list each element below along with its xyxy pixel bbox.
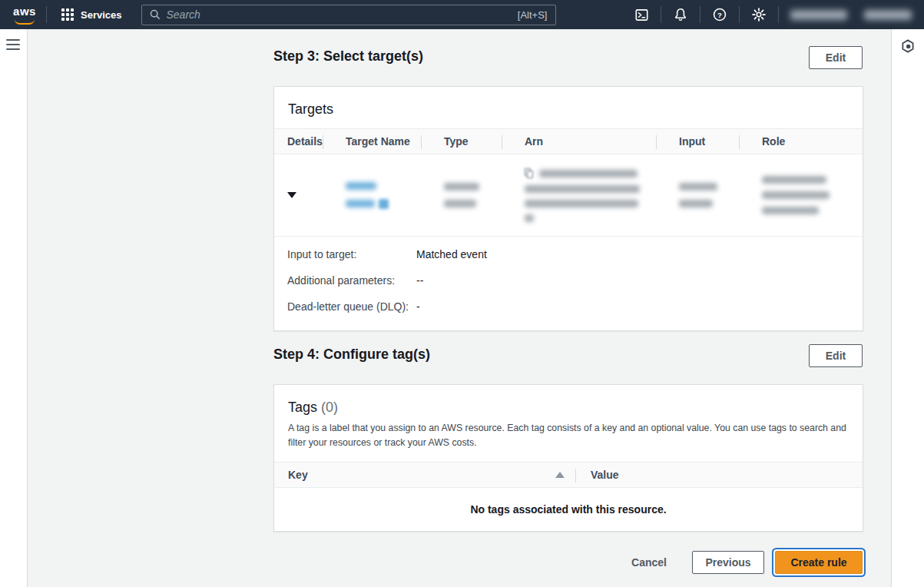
notifications-button[interactable] xyxy=(661,0,700,29)
search-input[interactable] xyxy=(167,8,512,21)
settings-button[interactable] xyxy=(740,0,778,29)
target-type-cell-redacted xyxy=(421,154,502,236)
step4-edit-button[interactable]: Edit xyxy=(809,344,863,367)
aws-logo[interactable]: aws xyxy=(12,5,38,25)
redacted-text-line xyxy=(679,183,717,191)
target-name-cell-redacted[interactable] xyxy=(323,154,421,236)
cloudshell-button[interactable] xyxy=(622,0,661,29)
external-link-icon xyxy=(379,199,389,209)
services-label: Services xyxy=(81,9,122,21)
nav-divider xyxy=(778,6,779,23)
step3-edit-button[interactable]: Edit xyxy=(809,46,863,69)
redacted-text-line xyxy=(679,200,713,207)
left-sidebar-collapsed xyxy=(0,29,28,587)
open-menu-button[interactable] xyxy=(6,39,20,50)
detail-label: Dead-letter queue (DLQ): xyxy=(287,300,416,313)
step3-heading: Step 3: Select target(s) xyxy=(273,48,423,65)
tags-description: A tag is a label that you assign to an A… xyxy=(288,421,849,450)
redacted-link-line xyxy=(346,182,376,190)
column-header-target-name: Target Name xyxy=(323,129,421,154)
redacted-text-line xyxy=(525,214,534,222)
tags-empty-message: No tags associated with this resource. xyxy=(274,488,863,531)
redacted-text-line xyxy=(525,200,638,207)
help-button[interactable]: ? xyxy=(700,0,739,29)
column-header-type: Type xyxy=(421,129,502,154)
redacted-text-line xyxy=(444,200,476,207)
previous-button[interactable]: Previous xyxy=(692,551,764,574)
copy-icon[interactable] xyxy=(525,168,533,178)
column-header-input: Input xyxy=(656,129,739,154)
detail-label: Additional parameters: xyxy=(287,274,416,287)
region-selector-redacted-label xyxy=(790,10,847,20)
aws-logo-text: aws xyxy=(13,5,36,18)
aws-console-page: aws Services [Alt+S] xyxy=(0,0,924,587)
targets-panel-title: Targets xyxy=(288,101,333,117)
top-navigation-bar: aws Services [Alt+S] xyxy=(0,0,924,29)
detail-label: Input to target: xyxy=(287,248,416,260)
global-search-box[interactable]: [Alt+S] xyxy=(141,5,556,25)
cancel-button[interactable]: Cancel xyxy=(631,556,667,569)
search-icon xyxy=(150,9,161,20)
redacted-text-line xyxy=(762,176,826,184)
side-panel-hexagon-icon[interactable] xyxy=(901,39,915,53)
tags-panel: Tags (0) A tag is a label that you assig… xyxy=(273,384,863,532)
tags-table-header: Key Value xyxy=(274,462,863,488)
redacted-text-line xyxy=(444,183,479,191)
help-icon: ? xyxy=(713,8,727,22)
column-header-key: Key xyxy=(274,463,575,487)
column-header-value: Value xyxy=(575,463,863,487)
target-input-cell-redacted xyxy=(656,154,739,236)
account-menu-redacted-label xyxy=(864,10,912,20)
right-panel-collapsed xyxy=(891,29,924,587)
svg-text:?: ? xyxy=(717,11,722,19)
settings-gear-icon xyxy=(752,8,766,22)
services-grid-icon xyxy=(61,8,74,21)
target-table-row xyxy=(274,154,863,237)
redacted-text-line xyxy=(762,191,830,199)
step4-heading: Step 4: Configure tag(s) xyxy=(273,347,430,363)
services-menu-button[interactable]: Services xyxy=(57,5,127,24)
redacted-text-line xyxy=(525,185,640,193)
create-rule-button[interactable]: Create rule xyxy=(775,551,863,574)
target-role-cell-redacted xyxy=(739,154,863,236)
account-menu[interactable] xyxy=(864,10,912,20)
detail-value: - xyxy=(416,300,420,313)
cloudshell-icon xyxy=(635,8,648,22)
collapse-row-icon[interactable] xyxy=(287,192,296,198)
detail-row: Input to target: Matched event xyxy=(287,241,863,267)
target-arn-cell-redacted xyxy=(502,154,656,236)
detail-row: Dead-letter queue (DLQ): - xyxy=(287,294,863,320)
detail-row: Additional parameters: -- xyxy=(287,267,863,294)
column-header-role: Role xyxy=(739,129,863,154)
tags-panel-title: Tags (0) xyxy=(288,400,338,415)
tags-count: (0) xyxy=(321,400,338,415)
targets-table-header: Details Target Name Type Arn Input Role xyxy=(274,128,863,154)
redacted-link-line xyxy=(346,200,375,207)
redacted-text-line xyxy=(762,207,819,214)
search-shortcut-hint: [Alt+S] xyxy=(518,9,548,21)
detail-value: -- xyxy=(416,274,423,287)
detail-value: Matched event xyxy=(416,248,487,260)
redacted-text-line xyxy=(539,170,638,177)
region-selector[interactable] xyxy=(790,10,847,20)
nav-utilities: ? xyxy=(622,0,924,29)
aws-logo-smile xyxy=(15,19,35,25)
wizard-footer-actions: Cancel Previous Create rule xyxy=(273,547,866,578)
notifications-bell-icon xyxy=(674,8,687,22)
hamburger-icon xyxy=(6,39,20,41)
sort-ascending-icon[interactable] xyxy=(555,472,565,478)
nav-divider xyxy=(46,6,47,23)
target-expanded-details: Input to target: Matched event Additiona… xyxy=(274,237,863,320)
column-header-details: Details xyxy=(274,129,323,154)
targets-panel: Targets Details Target Name Type Arn Inp… xyxy=(273,86,863,331)
column-header-arn: Arn xyxy=(502,129,656,154)
